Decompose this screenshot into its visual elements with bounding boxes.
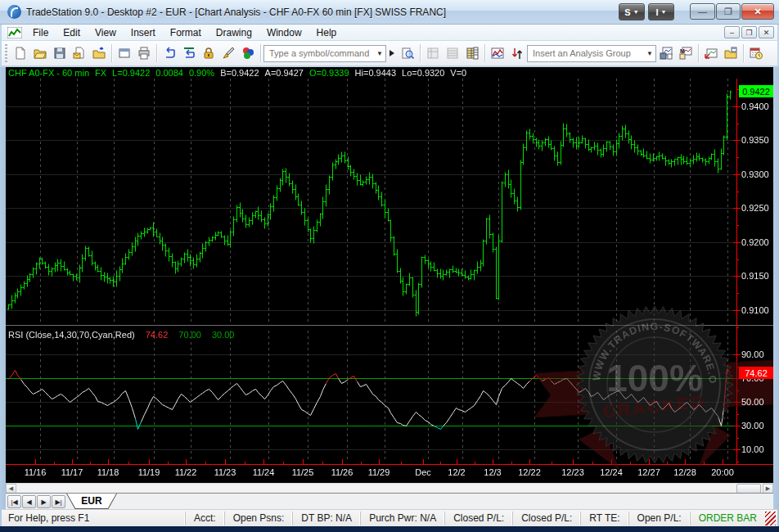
lock-icon [202, 47, 215, 60]
rsi-axis-label: 50.00 [741, 397, 764, 407]
time-axis-label: 12/28 [673, 467, 696, 477]
menu-drawing[interactable]: Drawing [209, 25, 259, 40]
time-axis-label: 11/25 [292, 467, 314, 477]
window-right-border [773, 67, 779, 526]
menu-view[interactable]: View [88, 25, 124, 40]
horizontal-scrollbar[interactable]: ◀ ▶ [6, 483, 773, 493]
menu-help[interactable]: Help [309, 25, 344, 40]
chart-stack-m-icon: M [679, 47, 692, 60]
child-restore-button[interactable]: ❐ [741, 26, 757, 38]
close-button[interactable]: ✕ [741, 3, 774, 20]
status-purchasing-power: Purch Pwr: N/A [360, 512, 444, 525]
strategy-menu-button[interactable]: S▼ [619, 3, 645, 20]
menu-window[interactable]: Window [259, 25, 309, 40]
indicator-menu-button[interactable]: I▼ [648, 3, 674, 20]
status-daytrade-bp: DT BP: N/A [292, 512, 360, 525]
tab-eur-label: EUR [67, 494, 116, 508]
prev-tab-button[interactable]: ◀ [22, 495, 36, 508]
quote-field: L=0.9422 [112, 68, 150, 78]
price-axis-label: 0.9400 [741, 101, 769, 111]
status-closed-pl-2: Closed P/L: [512, 512, 580, 525]
quote-field: O=0.9339 [309, 68, 349, 78]
new-workspace-button[interactable] [11, 43, 30, 63]
format-painter-button[interactable] [218, 43, 238, 63]
menu-edit[interactable]: Edit [56, 25, 88, 40]
folder-out-icon [92, 47, 106, 60]
time-axis-label: 12/2 [448, 467, 465, 477]
maximize-button[interactable]: ❐ [716, 3, 741, 20]
price-axis-label: 0.9150 [741, 271, 769, 281]
radar-window-button[interactable] [443, 43, 462, 63]
colors-button[interactable] [238, 43, 258, 63]
time-axis-label: 11/17 [61, 467, 83, 477]
sort-bars-button[interactable] [507, 43, 527, 63]
minimize-button[interactable]: — [690, 3, 715, 20]
symbol-command-input[interactable]: Type a symbol/command ▼ [263, 45, 386, 62]
window-bottom-border [0, 526, 779, 532]
open-workspace-button[interactable] [30, 43, 50, 63]
last-price-tag: 0.9422 [739, 85, 773, 97]
status-account: Acct: [185, 512, 224, 525]
back-button[interactable] [160, 43, 179, 63]
toolbar-grip[interactable] [5, 44, 7, 62]
folder-window-icon [724, 47, 737, 60]
window-left-border [0, 67, 6, 526]
print-button[interactable] [134, 43, 154, 63]
quote-field: 0.0084 [155, 68, 183, 78]
resize-grip[interactable] [765, 512, 776, 525]
matrix-window-button[interactable] [423, 43, 443, 63]
rsi-upper-band: 70.00 [178, 330, 201, 340]
rsi-value: 74.62 [146, 330, 169, 340]
page-envelope-icon [73, 47, 86, 60]
session-hours-button[interactable] [746, 43, 766, 63]
new-window-button[interactable] [115, 43, 134, 63]
manage-analysis-group-button[interactable]: M [676, 43, 696, 63]
status-closed-pl-1: Closed P/L: [444, 512, 512, 525]
chart-area[interactable]: WWW.TRADING-SOFTWARE.ORG100%CRACKED CHF … [6, 67, 773, 483]
order-bar-toggle[interactable]: ORDER BAR [690, 512, 765, 525]
quote-field: A=0.9427 [265, 68, 304, 78]
symbol-combo-placeholder: Type a symbol/command [269, 48, 369, 58]
menu-format[interactable]: Format [163, 25, 209, 40]
chart-style-button[interactable] [488, 43, 507, 63]
play-icon [389, 49, 395, 57]
send-page-button[interactable] [70, 43, 89, 63]
run-command-button[interactable] [386, 43, 398, 63]
chart-window-icon [7, 27, 22, 38]
time-axis-label: 11/24 [253, 467, 275, 477]
menu-insert[interactable]: Insert [124, 25, 163, 40]
colors-icon [241, 47, 254, 60]
back-history-button[interactable] [179, 43, 199, 63]
rsi-lower-band: 30.00 [212, 330, 235, 340]
price-rsi-canvas[interactable] [6, 67, 773, 483]
lock-button[interactable] [199, 43, 218, 63]
first-tab-button[interactable]: |◀ [7, 495, 21, 508]
chart-stack-save-icon [660, 47, 673, 60]
time-axis-label: 11/22 [175, 467, 197, 477]
time-axis-label: 11/23 [214, 467, 236, 477]
collect-window-button[interactable] [89, 43, 109, 63]
price-axis-label: 0.9250 [741, 203, 769, 213]
time-axis-label: 11/16 [25, 467, 47, 477]
time-axis-label: 11/29 [368, 467, 390, 477]
quote-field: V=0 [450, 68, 466, 78]
child-minimize-button[interactable]: – [724, 26, 740, 38]
menu-file[interactable]: File [25, 25, 56, 40]
workspace-tab-bar: |◀ ◀ ▶ ▶| EUR [6, 493, 773, 509]
rsi-axis-label: 10.00 [741, 444, 764, 454]
quote-board-button[interactable] [462, 43, 482, 63]
analysis-group-select[interactable]: Insert an Analysis Group ▼ [527, 45, 656, 62]
save-all-button[interactable] [50, 43, 70, 63]
child-close-button[interactable]: ✕ [759, 26, 774, 38]
next-tab-button[interactable]: ▶ [37, 495, 51, 508]
rsi-label: RSI (Close,14,30,70,Cyan,Red) [8, 330, 135, 340]
status-bar: For Help, press F1 Acct: Open Psns: DT B… [2, 509, 777, 526]
symbol-lookup-button[interactable] [398, 43, 417, 63]
format-window-button[interactable] [721, 43, 741, 63]
format-symbol-button[interactable] [701, 43, 721, 63]
tab-eur[interactable]: EUR [66, 494, 117, 509]
save-analysis-group-button[interactable] [656, 43, 676, 63]
price-axis-label: 0.9300 [741, 169, 769, 179]
last-tab-button[interactable]: ▶| [52, 495, 65, 508]
analysis-combo-placeholder: Insert an Analysis Group [533, 48, 631, 58]
